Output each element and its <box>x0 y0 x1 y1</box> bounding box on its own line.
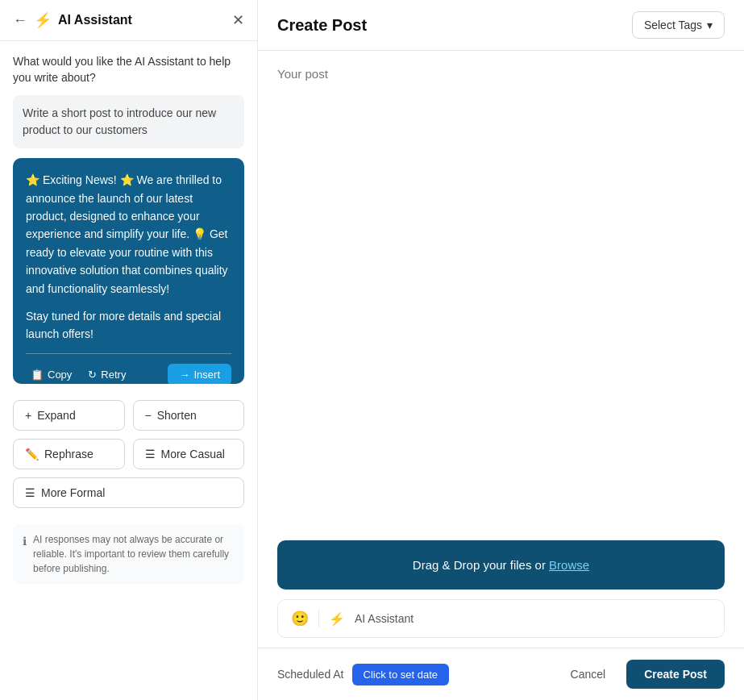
prompt-box: Write a short post to introduce our new … <box>13 95 244 148</box>
action-buttons: + Expand − Shorten ✏️ Rephrase ☰ More Ca… <box>13 400 244 508</box>
rephrase-icon: ✏️ <box>25 448 39 460</box>
click-to-set-date-button[interactable]: Click to set date <box>352 664 450 685</box>
copy-label: Copy <box>48 369 72 381</box>
more-casual-label: More Casual <box>161 448 225 460</box>
close-icon[interactable]: ✕ <box>232 11 244 29</box>
expand-icon: + <box>25 409 31 422</box>
more-formal-icon: ☰ <box>25 486 35 499</box>
bolt-icon: ⚡ <box>34 11 52 29</box>
scheduled-at-label: Scheduled At <box>277 668 344 681</box>
browse-link[interactable]: Browse <box>549 558 589 572</box>
insert-label: Insert <box>193 369 220 381</box>
select-tags-label: Select Tags <box>644 19 702 31</box>
insert-button[interactable]: → Insert <box>168 364 231 384</box>
expand-button[interactable]: + Expand <box>13 400 125 431</box>
disclaimer: ℹ AI responses may not always be accurat… <box>13 524 244 584</box>
left-content: What would you like the AI Assistant to … <box>0 41 257 700</box>
ai-response-divider <box>26 353 231 354</box>
right-header: Create Post Select Tags ▾ <box>258 0 744 51</box>
disclaimer-text: AI responses may not always be accurate … <box>33 532 235 576</box>
left-header-left: ← ⚡ AI Assistant <box>13 11 132 29</box>
retry-button[interactable]: ↻ Retry <box>83 365 131 384</box>
emoji-icon[interactable]: 🙂 <box>291 610 309 627</box>
left-panel: ← ⚡ AI Assistant ✕ What would you like t… <box>0 0 258 700</box>
retry-icon: ↻ <box>88 369 97 381</box>
ai-response-actions: 📋 Copy ↻ Retry → Insert <box>26 364 231 384</box>
ai-bar-label[interactable]: AI Assistant <box>355 612 414 625</box>
shorten-icon: − <box>145 409 152 422</box>
shorten-button[interactable]: − Shorten <box>133 400 245 431</box>
lightning-icon: ⚡ <box>329 611 345 627</box>
retry-label: Retry <box>101 369 126 381</box>
ai-assistant-title: AI Assistant <box>58 13 132 27</box>
more-casual-icon: ☰ <box>145 448 156 460</box>
ai-response-box: ⭐ Exciting News! ⭐ We are thrilled to an… <box>13 158 244 384</box>
rephrase-button[interactable]: ✏️ Rephrase <box>13 439 125 469</box>
ai-bar-divider <box>318 610 319 627</box>
cancel-button[interactable]: Cancel <box>559 661 617 687</box>
ai-response-paragraph2: Stay tuned for more details and special … <box>26 307 231 344</box>
post-textarea[interactable] <box>277 67 725 524</box>
drop-zone[interactable]: Drag & Drop your files or Browse <box>277 540 725 590</box>
copy-button[interactable]: 📋 Copy <box>26 365 77 384</box>
copy-icon: 📋 <box>31 369 44 381</box>
right-footer: Scheduled At Click to set date Cancel Cr… <box>258 648 744 700</box>
ai-response-paragraph1: ⭐ Exciting News! ⭐ We are thrilled to an… <box>26 171 231 298</box>
rephrase-label: Rephrase <box>44 448 94 460</box>
insert-icon: → <box>179 369 189 381</box>
info-icon: ℹ <box>23 533 27 550</box>
chevron-down-icon: ▾ <box>707 19 713 31</box>
scheduled-at: Scheduled At Click to set date <box>277 664 449 685</box>
drop-zone-text: Drag & Drop your files or <box>413 558 549 572</box>
select-tags-button[interactable]: Select Tags ▾ <box>632 11 725 39</box>
post-area <box>258 51 744 540</box>
ai-bar: 🙂 ⚡ AI Assistant <box>277 599 725 638</box>
more-casual-button[interactable]: ☰ More Casual <box>133 439 245 469</box>
create-post-title: Create Post <box>277 16 367 35</box>
more-formal-button[interactable]: ☰ More Formal <box>13 477 244 508</box>
create-post-button[interactable]: Create Post <box>626 660 725 689</box>
footer-right: Cancel Create Post <box>559 660 725 689</box>
right-panel: Create Post Select Tags ▾ Drag & Drop yo… <box>258 0 744 700</box>
ai-response-text: ⭐ Exciting News! ⭐ We are thrilled to an… <box>26 171 231 344</box>
shorten-label: Shorten <box>157 409 197 422</box>
expand-label: Expand <box>37 409 75 422</box>
left-header: ← ⚡ AI Assistant ✕ <box>0 0 257 41</box>
more-formal-label: More Formal <box>41 486 105 499</box>
prompt-label: What would you like the AI Assistant to … <box>13 54 244 85</box>
back-icon[interactable]: ← <box>13 12 27 29</box>
